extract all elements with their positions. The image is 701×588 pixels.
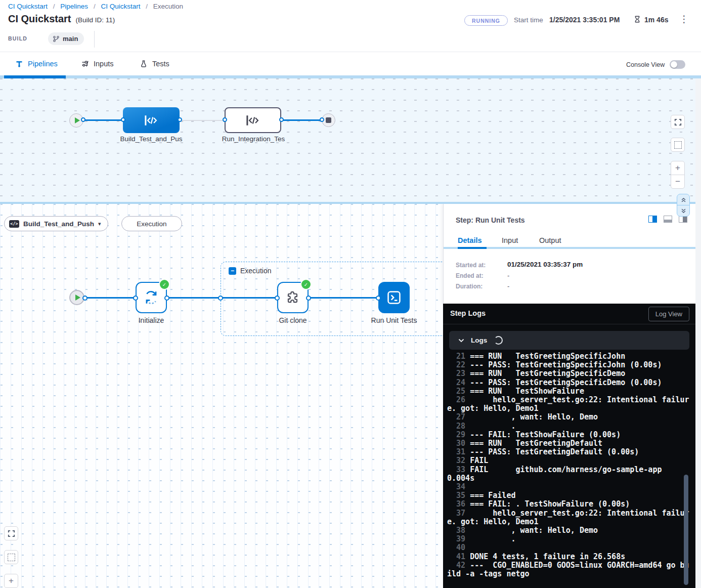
log-line-number: 34	[447, 482, 470, 491]
logs-section-header[interactable]: Logs	[449, 331, 689, 350]
log-output: 21 === RUN TestGreetingSpecificJohn 22 -…	[447, 352, 689, 578]
port	[320, 117, 324, 122]
log-line-number: 24	[447, 378, 470, 387]
chevron-down-icon	[458, 339, 464, 343]
log-line-number: 41	[447, 552, 470, 561]
step-logs-panel: Step Logs Log View Logs 21 === RUN TestG…	[443, 304, 695, 588]
port	[82, 296, 87, 301]
log-line: 30 === RUN TestGreetingDefault	[447, 439, 689, 448]
tab-output[interactable]: Output	[539, 236, 561, 244]
log-line-number: 33	[447, 465, 470, 474]
port	[218, 296, 223, 301]
log-line-number: 21	[447, 352, 470, 361]
stage-node-build-test-and-push[interactable]	[123, 107, 180, 133]
pipeline-canvas[interactable]	[0, 78, 701, 202]
port	[81, 117, 85, 122]
log-line-text: DONE 4 tests, 1 failure in 26.568s	[470, 552, 625, 561]
breadcrumb-link[interactable]: CI Quickstart	[101, 3, 140, 10]
stage-label: Build_Test_and_Pus	[116, 135, 187, 143]
page-title: CI Quickstart	[8, 13, 71, 25]
port	[121, 117, 125, 122]
console-view-toggle[interactable]	[670, 60, 685, 69]
log-line: 21 === RUN TestGreetingSpecificJohn	[447, 352, 689, 361]
elapsed-time: 1m 46s	[644, 16, 668, 24]
port	[223, 117, 227, 122]
log-line: 41 DONE 4 tests, 1 failure in 26.568s	[447, 553, 689, 561]
active-tab-underline	[458, 247, 487, 249]
marquee-select-button[interactable]	[671, 138, 685, 152]
tab-input[interactable]: Input	[502, 236, 518, 244]
log-line-number: 37	[447, 509, 470, 518]
scroll-gutter	[695, 78, 701, 588]
log-line: 25 === RUN TestShowFailure	[447, 387, 689, 396]
toggle-knob	[671, 61, 677, 68]
canvas-split-divider[interactable]	[0, 202, 701, 204]
step-node-git-clone[interactable]: ✓	[277, 282, 309, 313]
log-line-number: 30	[447, 439, 470, 448]
play-icon	[75, 295, 80, 301]
layout-bottom-button[interactable]	[664, 216, 672, 223]
edge	[309, 297, 378, 299]
zoom-in-button[interactable]: +	[4, 574, 18, 588]
layout-split-right-button[interactable]	[648, 216, 657, 223]
detail-label: Started at:	[456, 262, 486, 269]
status-badge: RUNNING	[464, 15, 508, 26]
log-scrollbar[interactable]	[684, 475, 688, 585]
log-line-text: --- FAIL: TestShowFailure (0.00s)	[470, 430, 621, 439]
detail-label: Duration:	[456, 283, 483, 290]
tab-label: Tests	[152, 60, 169, 68]
log-line: 22 --- PASS: TestGreetingSpecificJohn (0…	[447, 361, 689, 369]
collapse-group-button[interactable]: −	[229, 267, 236, 275]
log-line: 32 FAIL	[447, 456, 689, 465]
port	[164, 296, 169, 301]
kebab-menu-icon[interactable]: ⋮	[679, 14, 689, 25]
collapse-down-button[interactable]	[677, 205, 689, 216]
log-line-text: === RUN TestGreetingSpecificDemo	[470, 369, 625, 378]
tab-inputs[interactable]: Inputs	[81, 60, 114, 68]
branch-chip[interactable]: main	[48, 32, 84, 45]
build-id: (Build ID: 11)	[75, 16, 115, 24]
stop-icon	[326, 117, 331, 123]
marquee-select-button[interactable]	[4, 550, 18, 564]
code-stage-icon	[143, 114, 159, 127]
breadcrumb-link[interactable]: CI Quickstart	[8, 3, 48, 10]
stage-selector[interactable]: </> Build_Test_and_Push ▾	[4, 216, 108, 231]
panel-resize-widget	[677, 194, 690, 217]
log-line: 36 === FAIL: . TestShowFailure (0.00s)	[447, 500, 689, 509]
fullscreen-icon	[674, 118, 682, 126]
edge	[84, 297, 136, 299]
log-view-button[interactable]: Log View	[648, 307, 689, 321]
stage-node-run-integration-tests[interactable]	[225, 107, 281, 133]
step-label: Run Unit Tests	[356, 316, 432, 324]
breadcrumb-separator: /	[53, 3, 55, 10]
marquee-icon	[8, 554, 15, 561]
execution-pill[interactable]: Execution	[121, 216, 182, 231]
edge	[83, 119, 123, 121]
panel-tabstrip	[444, 247, 696, 249]
log-line-number: 42	[447, 561, 470, 570]
breadcrumb-link[interactable]: Pipelines	[60, 3, 88, 10]
step-node-run-unit-tests[interactable]	[378, 282, 410, 313]
collapse-up-button[interactable]	[677, 194, 689, 205]
log-line-text: FAIL github.com/harness/go-sample-app 0.…	[447, 465, 685, 483]
log-line-number: 36	[447, 499, 470, 509]
double-chevron-down-icon	[680, 208, 687, 214]
tab-pipelines[interactable]: Pipelines	[15, 60, 58, 68]
branch-name: main	[63, 35, 78, 43]
layout-right-button[interactable]	[679, 216, 687, 223]
tab-tests[interactable]: Tests	[140, 60, 169, 68]
fullscreen-button[interactable]	[4, 526, 18, 540]
header-hairline	[0, 52, 701, 52]
fullscreen-button[interactable]	[671, 115, 685, 129]
tab-details[interactable]: Details	[458, 236, 482, 244]
pipelines-icon	[15, 60, 23, 68]
port	[279, 117, 284, 122]
execution-group-label: − Execution	[229, 267, 271, 275]
zoom-in-button[interactable]: +	[671, 161, 684, 175]
step-node-initialize[interactable]: ✓	[136, 282, 167, 313]
zoom-out-button[interactable]: −	[671, 175, 684, 188]
page: CI Quickstart / Pipelines / CI Quickstar…	[0, 0, 701, 588]
log-line: 24 --- PASS: TestGreetingSpecificDemo (0…	[447, 379, 689, 387]
breadcrumb-separator: /	[94, 3, 96, 10]
log-line: 31 --- PASS: TestGreetingDefault (0.00s)	[447, 448, 689, 456]
